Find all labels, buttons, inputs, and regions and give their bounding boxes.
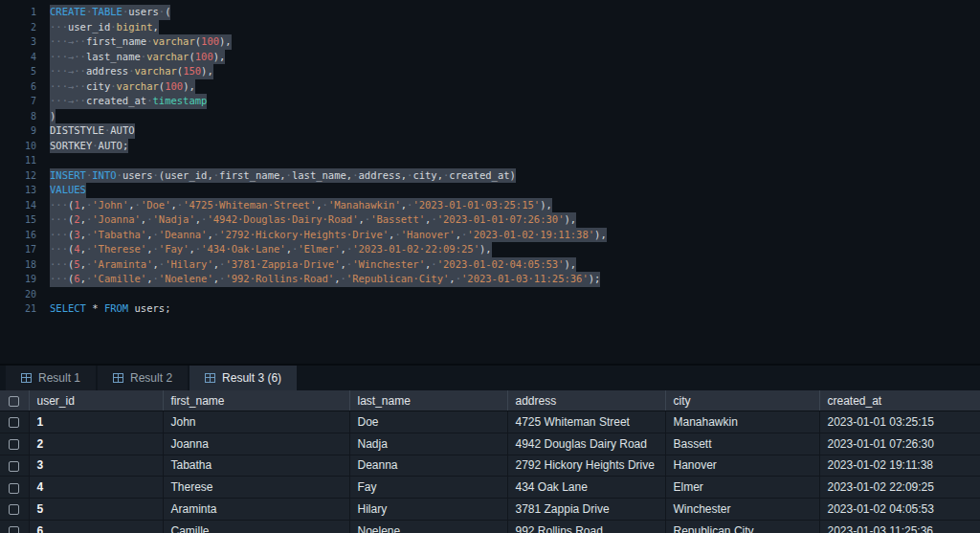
cell-first_name[interactable]: John (163, 411, 349, 433)
cell-city[interactable]: Bassett (665, 433, 819, 455)
cell-created_at[interactable]: 2023-01-01 03:25:15 (819, 411, 980, 433)
code-line[interactable]: 2···user_id·bigint, (0, 20, 980, 35)
column-header-address[interactable]: address (507, 390, 665, 411)
cell-user_id[interactable]: 3 (29, 455, 163, 477)
code-token: '2023-01-03·11:25:36' (461, 273, 589, 284)
cell-last_name[interactable]: Hilary (349, 499, 507, 521)
results-panel: user_idfirst_namelast_nameaddresscitycre… (0, 390, 980, 533)
code-token: ··· (50, 243, 68, 255)
code-token: '2792·Hickory·Heights·Drive' (219, 229, 389, 240)
cell-city[interactable]: Manahawkin (665, 411, 819, 433)
code-line[interactable]: 1CREATE·TABLE·users·( (0, 5, 980, 20)
cell-city[interactable]: Hanover (665, 455, 819, 477)
code-line[interactable]: 7···→··created_at·timestamp (0, 94, 980, 109)
cell-created_at[interactable]: 2023-01-02 22:09:25 (819, 477, 980, 499)
cell-user_id[interactable]: 6 (29, 520, 163, 533)
cell-created_at[interactable]: 2023-01-01 07:26:30 (819, 433, 980, 455)
code-token: ), (564, 258, 576, 270)
sql-editor[interactable]: 1CREATE·TABLE·users·(2···user_id·bigint,… (0, 0, 980, 364)
code-line[interactable]: 14···(1,·'John',·'Doe',·'4725·Whiteman·S… (0, 198, 980, 213)
results-table: user_idfirst_namelast_nameaddresscitycre… (0, 390, 980, 533)
code-line[interactable]: 18···(5,·'Araminta',·'Hilary',·'3781·Zap… (0, 257, 980, 273)
code-line[interactable]: 16···(3,·'Tabatha',·'Deanna',·'2792·Hick… (0, 228, 980, 243)
code-line-text: ···(2,·'Joanna',·'Nadja',·'4942·Douglas·… (50, 212, 576, 228)
cell-address[interactable]: 4942 Douglas Dairy Road (507, 433, 665, 455)
code-token: FROM (104, 302, 128, 314)
cell-created_at[interactable]: 2023-01-02 04:05:53 (819, 499, 980, 521)
code-line[interactable]: 20 (0, 287, 980, 302)
cell-last_name[interactable]: Doe (349, 411, 507, 433)
table-row: 2JoannaNadja4942 Douglas Dairy RoadBasse… (0, 433, 980, 455)
row-checkbox[interactable] (9, 417, 19, 428)
row-checkbox[interactable] (9, 483, 19, 494)
code-token: 'Winchester' (352, 258, 425, 270)
code-line[interactable]: 3···→··first_name·varchar(100), (0, 34, 980, 50)
cell-last_name[interactable]: Fay (349, 477, 507, 499)
cell-address[interactable]: 2792 Hickory Heights Drive (507, 455, 665, 477)
column-header-created_at[interactable]: created_at (819, 390, 980, 411)
row-checkbox[interactable] (9, 439, 19, 450)
cell-first_name[interactable]: Therese (163, 477, 349, 499)
cell-user_id[interactable]: 2 (29, 433, 163, 455)
code-token: varchar (135, 65, 177, 77)
code-line[interactable]: 9DISTSTYLE·AUTO (0, 123, 980, 139)
code-line[interactable]: 11 (0, 153, 980, 168)
cell-first_name[interactable]: Araminta (163, 499, 349, 521)
cell-city[interactable]: Republican City (665, 520, 819, 533)
line-number: 1 (0, 5, 36, 20)
tab-result-3[interactable]: Result 3 (6) (189, 366, 297, 390)
code-line[interactable]: 10SORTKEY·AUTO; (0, 139, 980, 154)
code-line[interactable]: 15···(2,·'Joanna',·'Nadja',·'4942·Dougla… (0, 212, 980, 228)
column-header-last_name[interactable]: last_name (349, 390, 507, 411)
column-header-city[interactable]: city (665, 390, 819, 411)
select-all-checkbox[interactable] (9, 396, 19, 407)
cell-user_id[interactable]: 1 (29, 411, 163, 433)
code-token: '2023-01-02·22:09:25' (352, 243, 479, 255)
cell-last_name[interactable]: Noelene (349, 520, 507, 533)
cell-address[interactable]: 992 Rollins Road (507, 520, 665, 533)
code-line[interactable]: 8) (0, 109, 980, 124)
row-checkbox[interactable] (9, 461, 19, 472)
cell-address[interactable]: 3781 Zappia Drive (507, 499, 665, 521)
code-line-text: ···user_id·bigint, (50, 20, 159, 35)
column-header-user_id[interactable]: user_id (29, 390, 163, 411)
code-line-text: ···(5,·'Araminta',·'Hilary',·'3781·Zappi… (50, 257, 576, 273)
line-number: 21 (0, 301, 36, 317)
code-line[interactable]: 12INSERT·INTO·users·(user_id,·first_name… (0, 168, 980, 184)
cell-user_id[interactable]: 5 (29, 499, 163, 521)
code-line[interactable]: 5···→··address·varchar(150), (0, 64, 980, 79)
code-token: 'Bassett' (370, 213, 425, 225)
tab-result-1[interactable]: Result 1 (6, 366, 96, 390)
cell-city[interactable]: Elmer (665, 477, 819, 499)
code-token: ··· (50, 229, 68, 240)
code-line[interactable]: 4···→··last_name·varchar(100), (0, 50, 980, 65)
code-line[interactable]: 17···(4,·'Therese',·'Fay',·'434·Oak·Lane… (0, 242, 980, 257)
code-token: 'Camille' (92, 273, 146, 284)
cell-address[interactable]: 434 Oak Lane (507, 477, 665, 499)
cell-first_name[interactable]: Joanna (163, 433, 349, 455)
code-line-text: ···(4,·'Therese',·'Fay',·'434·Oak·Lane',… (50, 242, 492, 257)
cell-user_id[interactable]: 4 (29, 477, 163, 499)
code-token: '4725·Whiteman·Street' (183, 199, 316, 211)
cell-first_name[interactable]: Camille (163, 520, 349, 533)
cell-city[interactable]: Winchester (665, 499, 819, 521)
cell-created_at[interactable]: 2023-01-02 19:11:38 (819, 455, 980, 477)
cell-first_name[interactable]: Tabatha (163, 455, 349, 477)
code-line[interactable]: 13VALUES (0, 183, 980, 198)
cell-last_name[interactable]: Deanna (349, 455, 507, 477)
code-token: ···→·· (50, 65, 86, 77)
code-token: ···→·· (50, 95, 86, 106)
code-token: INSERT (50, 169, 86, 181)
cell-last_name[interactable]: Nadja (349, 433, 507, 455)
code-token: * (86, 302, 104, 314)
cell-address[interactable]: 4725 Whiteman Street (507, 411, 665, 433)
row-checkbox[interactable] (9, 504, 19, 515)
select-all-cell (0, 390, 29, 411)
code-line[interactable]: 21SELECT * FROM users; (0, 301, 980, 317)
row-checkbox[interactable] (9, 526, 19, 533)
cell-created_at[interactable]: 2023-01-03 11:25:36 (819, 520, 980, 533)
column-header-first_name[interactable]: first_name (163, 390, 349, 411)
code-line[interactable]: 6···→··city·varchar(100), (0, 79, 980, 95)
code-line[interactable]: 19···(6,·'Camille',·'Noelene',·'992·Roll… (0, 272, 980, 287)
tab-result-2[interactable]: Result 2 (98, 366, 188, 390)
